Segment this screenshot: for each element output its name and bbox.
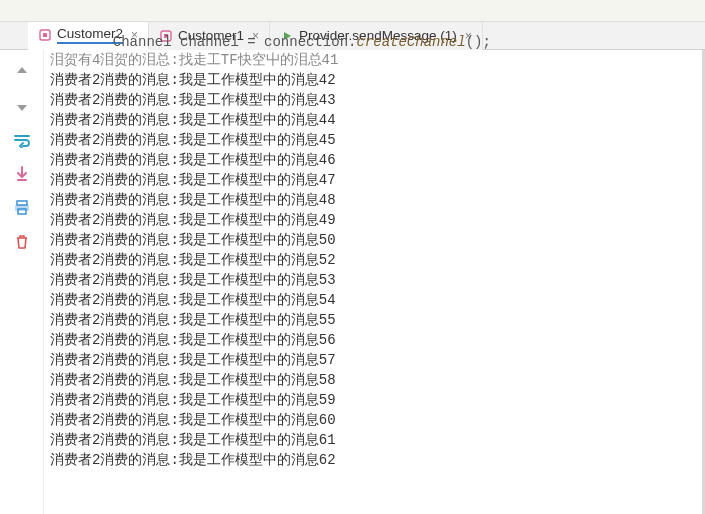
arrow-down-icon[interactable] [12, 96, 32, 116]
console-line: 消费者2消费的消息:我是工作模型中的消息43 [50, 90, 696, 110]
print-icon[interactable] [12, 198, 32, 218]
console-output[interactable]: 泪贺有4泪贺的泪总:找走工TF快空屮的泪总41消费者2消费的消息:我是工作模型中… [44, 50, 702, 514]
console-line: 消费者2消费的消息:我是工作模型中的消息61 [50, 430, 696, 450]
arrow-up-icon[interactable] [12, 62, 32, 82]
run-icon [38, 28, 52, 42]
console-line: 消费者2消费的消息:我是工作模型中的消息62 [50, 450, 696, 470]
console-line: 消费者2消费的消息:我是工作模型中的消息53 [50, 270, 696, 290]
editor-highlight-bar [0, 0, 611, 21]
wrap-icon[interactable] [12, 130, 32, 150]
console-line: 消费者2消费的消息:我是工作模型中的消息55 [50, 310, 696, 330]
console-line: 消费者2消费的消息:我是工作模型中的消息47 [50, 170, 696, 190]
console-line: 消费者2消费的消息:我是工作模型中的消息58 [50, 370, 696, 390]
svg-rect-5 [17, 201, 27, 205]
console-line: 消费者2消费的消息:我是工作模型中的消息45 [50, 130, 696, 150]
console-line: 消费者2消费的消息:我是工作模型中的消息54 [50, 290, 696, 310]
svg-rect-1 [43, 33, 47, 37]
console-line: 消费者2消费的消息:我是工作模型中的消息60 [50, 410, 696, 430]
run-panel: 泪贺有4泪贺的泪总:找走工TF快空屮的泪总41消费者2消费的消息:我是工作模型中… [0, 50, 705, 514]
code-text-prefix: Channel channel = connection. [113, 34, 357, 50]
svg-rect-6 [15, 205, 29, 211]
console-line: 消费者2消费的消息:我是工作模型中的消息49 [50, 210, 696, 230]
svg-rect-7 [18, 209, 26, 214]
scroll-end-icon[interactable] [12, 164, 32, 184]
console-line: 消费者2消费的消息:我是工作模型中的消息46 [50, 150, 696, 170]
console-line: 消费者2消费的消息:我是工作模型中的消息57 [50, 350, 696, 370]
console-toolbar [0, 50, 44, 514]
console-line: 消费者2消费的消息:我是工作模型中的消息50 [50, 230, 696, 250]
console-line: 消费者2消费的消息:我是工作模型中的消息42 [50, 70, 696, 90]
console-line: 消费者2消费的消息:我是工作模型中的消息48 [50, 190, 696, 210]
console-line: 消费者2消费的消息:我是工作模型中的消息52 [50, 250, 696, 270]
code-text-suffix: (); [466, 34, 491, 50]
console-line: 泪贺有4泪贺的泪总:找走工TF快空屮的泪总41 [50, 50, 696, 70]
console-line: 消费者2消费的消息:我是工作模型中的消息56 [50, 330, 696, 350]
code-method: createChannel [356, 34, 465, 50]
console-line: 消费者2消费的消息:我是工作模型中的消息59 [50, 390, 696, 410]
console-line: 消费者2消费的消息:我是工作模型中的消息44 [50, 110, 696, 130]
trash-icon[interactable] [12, 232, 32, 252]
editor-code-line: Channel channel = connection.createChann… [0, 0, 705, 22]
